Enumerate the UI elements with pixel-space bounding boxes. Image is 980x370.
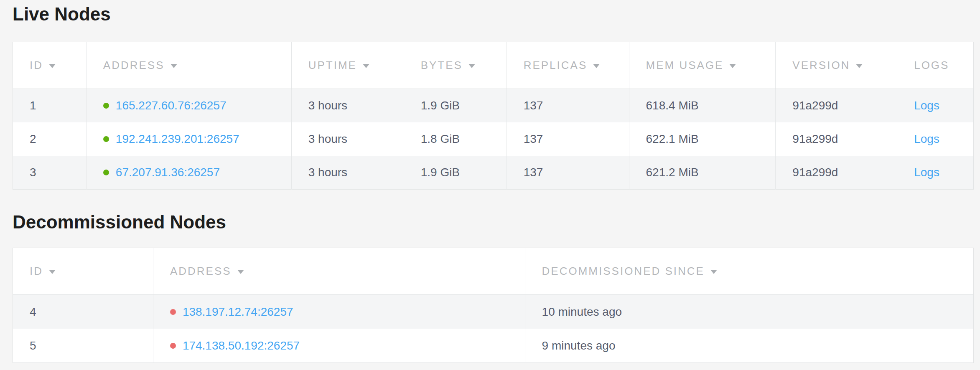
cluster-nodes-page: Live Nodes IDADDRESSUPTIMEBYTESREPLICASM… bbox=[0, 0, 980, 363]
table-row: 1165.227.60.76:262573 hours1.9 GiB137618… bbox=[13, 89, 974, 123]
table-header-row: IDADDRESSDECOMMISSIONED SINCE bbox=[13, 248, 974, 295]
cell-uptime: 3 hours bbox=[291, 156, 404, 190]
cell-decommissioned_since: 9 minutes ago bbox=[525, 329, 973, 363]
node-status-dot-live-icon bbox=[103, 103, 109, 109]
decommissioned-nodes-title: Decommissioned Nodes bbox=[13, 213, 974, 231]
column-header-decommissioned_since[interactable]: DECOMMISSIONED SINCE bbox=[525, 248, 973, 295]
cell-mem_usage: 618.4 MiB bbox=[629, 89, 776, 123]
cell-logs: Logs bbox=[897, 89, 974, 123]
sort-arrow-icon bbox=[171, 64, 177, 68]
cell-version: 91a299d bbox=[776, 122, 897, 156]
sort-arrow-icon bbox=[49, 270, 56, 274]
cell-mem_usage: 621.2 MiB bbox=[629, 156, 776, 190]
column-header-address[interactable]: ADDRESS bbox=[153, 248, 525, 295]
sort-arrow-icon bbox=[856, 64, 863, 68]
column-header-version[interactable]: VERSION bbox=[776, 42, 897, 89]
sort-arrow-icon bbox=[468, 64, 475, 68]
node-status-dot-decommissioned-icon bbox=[170, 343, 176, 349]
cell-address: 67.207.91.36:26257 bbox=[86, 156, 291, 190]
cell-id: 4 bbox=[13, 295, 153, 329]
column-header-id[interactable]: ID bbox=[13, 42, 87, 89]
sort-arrow-icon bbox=[729, 64, 736, 68]
live-nodes-title: Live Nodes bbox=[13, 5, 974, 23]
cell-address: 192.241.239.201:26257 bbox=[86, 122, 291, 156]
table-row: 4138.197.12.74:2625710 minutes ago bbox=[13, 295, 974, 329]
cell-replicas: 137 bbox=[507, 122, 629, 156]
cell-logs: Logs bbox=[897, 156, 974, 190]
sort-arrow-icon bbox=[593, 64, 600, 68]
sort-arrow-icon bbox=[363, 64, 369, 68]
cell-uptime: 3 hours bbox=[291, 89, 404, 123]
column-header-label: LOGS bbox=[914, 59, 949, 72]
logs-link[interactable]: Logs bbox=[914, 166, 939, 179]
logs-link[interactable]: Logs bbox=[914, 132, 939, 145]
cell-address: 165.227.60.76:26257 bbox=[86, 89, 291, 123]
node-status-dot-live-icon bbox=[103, 136, 109, 142]
live-nodes-table: IDADDRESSUPTIMEBYTESREPLICASMEM USAGEVER… bbox=[13, 42, 974, 190]
logs-link[interactable]: Logs bbox=[914, 99, 939, 112]
column-header-logs: LOGS bbox=[897, 42, 974, 89]
column-header-label: BYTES bbox=[421, 59, 463, 72]
sort-arrow-icon bbox=[49, 64, 56, 68]
cell-version: 91a299d bbox=[776, 156, 897, 190]
column-header-mem_usage[interactable]: MEM USAGE bbox=[629, 42, 776, 89]
cell-address: 174.138.50.192:26257 bbox=[153, 329, 525, 363]
cell-id: 5 bbox=[13, 329, 153, 363]
cell-id: 3 bbox=[13, 156, 87, 190]
cell-bytes: 1.9 GiB bbox=[404, 89, 507, 123]
column-header-label: REPLICAS bbox=[524, 59, 588, 72]
cell-uptime: 3 hours bbox=[291, 122, 404, 156]
column-header-label: DECOMMISSIONED SINCE bbox=[542, 265, 705, 278]
column-header-label: ADDRESS bbox=[103, 59, 165, 72]
column-header-id[interactable]: ID bbox=[13, 248, 153, 295]
node-status-dot-live-icon bbox=[103, 170, 109, 175]
cell-bytes: 1.9 GiB bbox=[404, 156, 507, 190]
sort-arrow-icon bbox=[710, 270, 717, 274]
table-row: 367.207.91.36:262573 hours1.9 GiB137621.… bbox=[13, 156, 974, 190]
column-header-replicas[interactable]: REPLICAS bbox=[507, 42, 629, 89]
table-header-row: IDADDRESSUPTIMEBYTESREPLICASMEM USAGEVER… bbox=[13, 42, 974, 89]
table-row: 2192.241.239.201:262573 hours1.8 GiB1376… bbox=[13, 122, 974, 156]
column-header-label: UPTIME bbox=[308, 59, 357, 72]
column-header-label: ID bbox=[30, 59, 43, 72]
cell-id: 2 bbox=[13, 122, 87, 156]
table-row: 5174.138.50.192:262579 minutes ago bbox=[13, 329, 974, 363]
decommissioned-nodes-table: IDADDRESSDECOMMISSIONED SINCE 4138.197.1… bbox=[13, 248, 974, 363]
cell-decommissioned_since: 10 minutes ago bbox=[525, 295, 973, 329]
node-status-dot-decommissioned-icon bbox=[170, 309, 176, 315]
column-header-label: ADDRESS bbox=[170, 265, 232, 278]
node-address-link[interactable]: 192.241.239.201:26257 bbox=[116, 132, 239, 145]
cell-mem_usage: 622.1 MiB bbox=[629, 122, 776, 156]
column-header-address[interactable]: ADDRESS bbox=[86, 42, 291, 89]
cell-version: 91a299d bbox=[776, 89, 897, 123]
cell-replicas: 137 bbox=[507, 156, 629, 190]
cell-replicas: 137 bbox=[507, 89, 629, 123]
cell-bytes: 1.8 GiB bbox=[404, 122, 507, 156]
node-address-link[interactable]: 165.227.60.76:26257 bbox=[116, 99, 227, 112]
column-header-label: ID bbox=[30, 265, 43, 278]
column-header-uptime[interactable]: UPTIME bbox=[291, 42, 404, 89]
node-address-link[interactable]: 138.197.12.74:26257 bbox=[183, 305, 293, 318]
node-address-link[interactable]: 67.207.91.36:26257 bbox=[116, 166, 220, 179]
cell-logs: Logs bbox=[897, 122, 974, 156]
cell-id: 1 bbox=[13, 89, 87, 123]
sort-arrow-icon bbox=[237, 270, 244, 274]
column-header-label: MEM USAGE bbox=[646, 59, 724, 72]
column-header-bytes[interactable]: BYTES bbox=[404, 42, 507, 89]
column-header-label: VERSION bbox=[792, 59, 850, 72]
node-address-link[interactable]: 174.138.50.192:26257 bbox=[183, 339, 300, 352]
cell-address: 138.197.12.74:26257 bbox=[153, 295, 525, 329]
